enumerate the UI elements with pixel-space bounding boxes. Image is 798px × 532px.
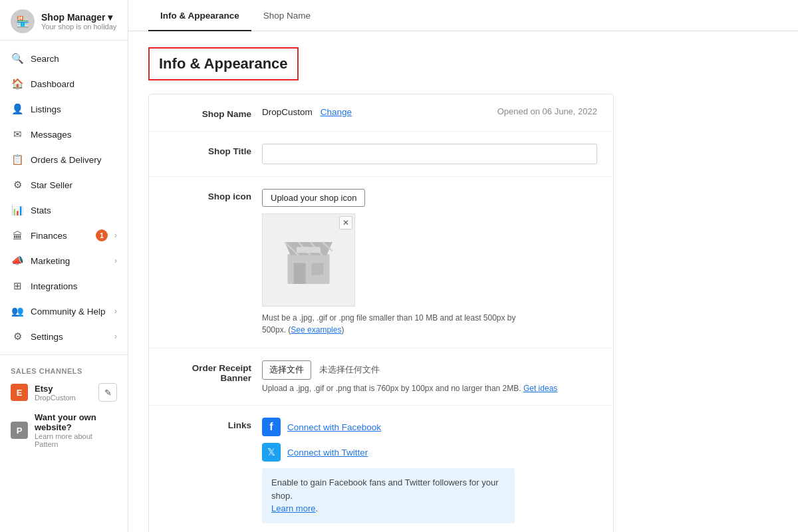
stats-icon: 📊 bbox=[11, 203, 24, 217]
marketing-icon: 📣 bbox=[11, 254, 24, 267]
file-choose-button[interactable]: 选择文件 bbox=[262, 360, 311, 380]
twitter-link-row: 𝕏 Connect with Twitter bbox=[262, 443, 597, 462]
learn-more-link[interactable]: Learn more bbox=[271, 503, 315, 513]
twitter-icon: 𝕏 bbox=[262, 443, 281, 462]
see-examples-link[interactable]: See examples bbox=[291, 325, 341, 334]
nav-divider bbox=[0, 354, 128, 355]
shop-name-value: DropCustom bbox=[262, 107, 313, 117]
sidebar-item-stats[interactable]: 📊 Stats bbox=[0, 198, 128, 223]
settings-icon: ⚙ bbox=[11, 330, 24, 343]
sidebar-item-label-settings: Settings bbox=[31, 332, 108, 342]
shop-title-row: Shop Title bbox=[149, 132, 613, 177]
listings-icon: 👤 bbox=[11, 102, 24, 116]
sidebar-item-settings[interactable]: ⚙ Settings › bbox=[0, 324, 128, 349]
community-arrow-icon: › bbox=[114, 307, 117, 316]
sidebar-item-label-messages: Messages bbox=[31, 130, 117, 140]
shop-manager-label: Shop Manager bbox=[41, 12, 105, 23]
sidebar-item-star-seller[interactable]: ⚙ Star Seller bbox=[0, 172, 128, 198]
social-info-box: Enable to gain Facebook fans and Twitter… bbox=[262, 468, 515, 523]
svg-rect-3 bbox=[297, 247, 321, 253]
content-area: Info & Appearance Shop Name DropCustom C… bbox=[128, 31, 634, 532]
channel-info-etsy: Etsy DropCustom bbox=[35, 384, 92, 402]
shop-icon-content: Upload your shop icon bbox=[262, 189, 597, 336]
main-content: Info & AppearanceShop Name Info & Appear… bbox=[128, 0, 798, 532]
finances-arrow-icon: › bbox=[114, 231, 117, 240]
sidebar-item-label-stats: Stats bbox=[31, 205, 117, 215]
connect-facebook-link[interactable]: Connect with Facebook bbox=[287, 422, 381, 432]
facebook-icon: f bbox=[262, 418, 281, 436]
sidebar-item-label-star-seller: Star Seller bbox=[31, 180, 117, 190]
sidebar-item-listings[interactable]: 👤 Listings bbox=[0, 96, 128, 122]
icon-close-button[interactable]: ✕ bbox=[339, 216, 352, 229]
page-title: Info & Appearance bbox=[148, 47, 299, 80]
orders-icon: 📋 bbox=[11, 153, 24, 166]
finances-badge: 1 bbox=[96, 229, 108, 241]
sidebar-item-label-finances: Finances bbox=[31, 231, 89, 241]
sidebar-item-orders[interactable]: 📋 Orders & Delivery bbox=[0, 147, 128, 172]
sidebar-item-label-search: Search bbox=[31, 54, 117, 64]
sidebar-item-finances[interactable]: 🏛 Finances 1 › bbox=[0, 223, 128, 248]
sidebar-item-label-dashboard: Dashboard bbox=[31, 79, 117, 89]
sidebar-item-label-community: Community & Help bbox=[31, 307, 108, 317]
avatar: 🏪 bbox=[11, 9, 35, 33]
shop-status: Your shop is on holiday bbox=[41, 23, 116, 31]
shop-icon-field-label: Shop icon bbox=[165, 189, 251, 201]
channel-name-etsy: Etsy bbox=[35, 384, 92, 394]
channel-edit-etsy[interactable]: ✎ bbox=[98, 383, 117, 402]
sidebar-nav: 🔍 Search 🏠 Dashboard 👤 Listings ✉ Messag… bbox=[0, 41, 128, 532]
channel-info-pattern: Want your own website? Learn more about … bbox=[35, 412, 117, 448]
channel-item-pattern[interactable]: P Want your own website? Learn more abou… bbox=[0, 407, 128, 454]
messages-icon: ✉ bbox=[11, 128, 24, 141]
connect-twitter-link[interactable]: Connect with Twitter bbox=[287, 448, 368, 458]
shop-manager-title[interactable]: Shop Manager ▾ bbox=[41, 12, 116, 23]
facebook-link-row: f Connect with Facebook bbox=[262, 418, 597, 436]
svg-rect-2 bbox=[312, 263, 324, 275]
tab-info-appearance[interactable]: Info & Appearance bbox=[148, 0, 251, 31]
shop-name-content: DropCustom Change Opened on 06 June, 202… bbox=[262, 106, 597, 117]
icon-preview-wrapper: ✕ bbox=[262, 213, 355, 307]
icon-hint: Must be a .jpg, .gif or .png file smalle… bbox=[262, 312, 528, 336]
sidebar-item-search[interactable]: 🔍 Search bbox=[0, 46, 128, 71]
shop-opened-date: Opened on 06 June, 2022 bbox=[497, 106, 597, 116]
sidebar-item-marketing[interactable]: 📣 Marketing › bbox=[0, 248, 128, 273]
banner-hint: Upload a .jpg, .gif or .png that is 760p… bbox=[262, 384, 597, 393]
sidebar-item-integrations[interactable]: ⊞ Integrations bbox=[0, 273, 128, 299]
sidebar-item-label-orders: Orders & Delivery bbox=[31, 155, 117, 165]
shop-name-row: Shop Name DropCustom Change Opened on 06… bbox=[149, 94, 613, 132]
integrations-icon: ⊞ bbox=[11, 279, 24, 293]
star-seller-icon: ⚙ bbox=[11, 178, 24, 192]
sidebar-header: 🏪 Shop Manager ▾ Your shop is on holiday bbox=[0, 0, 128, 41]
sidebar-item-label-listings: Listings bbox=[31, 104, 117, 114]
sales-channels-label: SALES CHANNELS bbox=[0, 360, 128, 378]
shop-name-field-label: Shop Name bbox=[165, 106, 251, 119]
shop-icon-row: Shop icon Upload your shop icon bbox=[149, 177, 613, 348]
channel-item-etsy[interactable]: E Etsy DropCustom ✎ bbox=[0, 378, 128, 407]
sidebar-item-label-integrations: Integrations bbox=[31, 281, 117, 291]
form-card: Shop Name DropCustom Change Opened on 06… bbox=[148, 94, 614, 532]
shop-name-change-link[interactable]: Change bbox=[321, 107, 352, 117]
chevron-icon: ▾ bbox=[108, 12, 112, 23]
order-receipt-row: Order Receipt Banner 选择文件 未选择任何文件 Upload… bbox=[149, 348, 613, 406]
finances-icon: 🏛 bbox=[11, 229, 24, 242]
shop-title-field-label: Shop Title bbox=[165, 144, 251, 156]
channel-name-pattern: Want your own website? bbox=[35, 412, 117, 432]
community-icon: 👥 bbox=[11, 305, 24, 318]
upload-icon-button[interactable]: Upload your shop icon bbox=[262, 189, 365, 207]
channel-icon-pattern: P bbox=[11, 422, 28, 439]
file-no-chosen-label: 未选择任何文件 bbox=[319, 365, 380, 374]
order-receipt-label: Order Receipt Banner bbox=[165, 360, 251, 383]
tab-shop-name[interactable]: Shop Name bbox=[251, 0, 323, 31]
shop-title-input[interactable] bbox=[262, 144, 597, 164]
channel-sub-pattern: Learn more about Pattern bbox=[35, 432, 117, 448]
links-row: Links f Connect with Facebook 𝕏 Connect … bbox=[149, 406, 613, 532]
get-ideas-link[interactable]: Get ideas bbox=[523, 384, 557, 393]
settings-arrow-icon: › bbox=[114, 332, 117, 341]
shop-icon-svg bbox=[279, 230, 338, 290]
shop-title-content bbox=[262, 144, 597, 164]
sidebar-item-label-marketing: Marketing bbox=[31, 256, 108, 266]
sidebar-item-messages[interactable]: ✉ Messages bbox=[0, 122, 128, 147]
channel-sub-etsy: DropCustom bbox=[35, 394, 92, 402]
sidebar-item-dashboard[interactable]: 🏠 Dashboard bbox=[0, 71, 128, 96]
channel-icon-etsy: E bbox=[11, 384, 28, 401]
sidebar-item-community[interactable]: 👥 Community & Help › bbox=[0, 299, 128, 324]
